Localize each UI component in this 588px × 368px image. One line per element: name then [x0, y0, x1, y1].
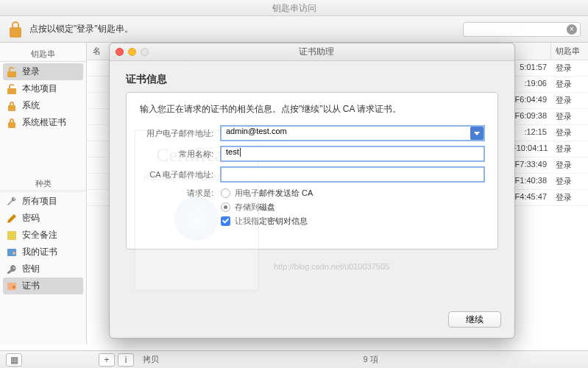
pencil-icon	[6, 213, 18, 224]
opt-key-pair[interactable]: 让我指定密钥对信息	[221, 216, 484, 227]
col-chain[interactable]: 钥匙串	[551, 43, 588, 60]
sidebar-label: 所有项目	[22, 195, 57, 208]
cat-passwords[interactable]: 密码	[0, 210, 86, 227]
sidebar-label: 密码	[22, 212, 40, 224]
certificate-assistant-dialog: 证书助理 证书信息 Certificate http://blog.csdn.n…	[109, 43, 515, 339]
common-name-label: 常用名称:	[140, 149, 221, 160]
form-panel: Certificate http://blog.csdn.net/u010037…	[126, 92, 498, 250]
unlock-icon	[6, 66, 18, 78]
intro-text: 输入您正在请求的证书的相关信息。点按"继续"以从 CA 请求证书。	[140, 103, 484, 116]
info-button[interactable]: i	[118, 353, 134, 367]
ca-email-label: CA 电子邮件地址:	[140, 169, 221, 180]
keychain-system[interactable]: 系统	[0, 97, 86, 114]
app-titlebar: 钥匙串访问	[0, 0, 588, 16]
cert-icon	[6, 280, 18, 292]
opt-email-ca[interactable]: 用电子邮件发送给 CA	[221, 188, 484, 199]
close-icon[interactable]	[116, 48, 124, 56]
checkbox-icon	[221, 216, 230, 226]
cat-secure-notes[interactable]: 安全备注	[0, 227, 86, 244]
clear-search-icon[interactable]: ×	[567, 24, 577, 35]
sidebar-label: 密钥	[22, 263, 40, 275]
section-title: 证书信息	[126, 73, 498, 86]
sidebar: 钥匙串 登录 本地项目 系统 系统根证书 种类 所有项目 密码 安全	[0, 43, 87, 344]
keychain-system-roots[interactable]: 系统根证书	[0, 114, 86, 131]
sidebar-label: 本地项目	[22, 82, 57, 95]
dialog-title: 证书助理	[124, 46, 509, 58]
continue-button[interactable]: 继续	[448, 311, 501, 328]
toolbar: 点按以锁定"登录"钥匙串。 ×	[0, 16, 588, 43]
categories-header: 种类	[0, 175, 86, 191]
sidebar-label: 系统根证书	[22, 116, 66, 129]
sidebar-label: 登录	[22, 66, 40, 78]
dialog-titlebar[interactable]: 证书助理	[110, 43, 514, 61]
note-icon	[6, 230, 18, 241]
wrench-icon	[6, 196, 18, 208]
radio-icon	[221, 202, 230, 212]
keychain-local[interactable]: 本地项目	[0, 80, 86, 97]
cat-keys[interactable]: 密钥	[0, 261, 86, 277]
item-count: 9 項	[159, 354, 582, 365]
keychains-header: 钥匙串	[0, 46, 86, 62]
cat-certificates[interactable]: 证书	[3, 277, 83, 294]
dropdown-icon[interactable]	[470, 127, 483, 140]
add-button[interactable]: +	[99, 353, 115, 367]
request-is-label: 请求是:	[140, 188, 221, 199]
svg-point-2	[13, 252, 15, 255]
lock-icon	[6, 100, 18, 112]
lock-icon[interactable]	[7, 20, 24, 39]
cat-my-certs[interactable]: 我的证书	[0, 244, 86, 261]
sidebar-label: 安全备注	[22, 229, 57, 241]
keychain-login[interactable]: 登录	[3, 63, 83, 80]
blog-watermark: http://blog.csdn.net/u010037505	[274, 262, 389, 271]
toggle-view-button[interactable]: ▦	[6, 353, 22, 367]
sidebar-label: 系统	[22, 99, 40, 112]
lock-icon	[6, 117, 18, 129]
cat-all[interactable]: 所有项目	[0, 193, 86, 210]
search-input[interactable]: ×	[463, 22, 581, 37]
common-name-field[interactable]: test	[221, 146, 484, 161]
cert-icon	[6, 247, 18, 258]
key-icon	[6, 263, 18, 275]
sidebar-label: 我的证书	[22, 246, 57, 258]
email-field[interactable]: admin@test.com	[221, 126, 484, 141]
sidebar-label: 证书	[22, 280, 40, 292]
svg-point-4	[13, 286, 15, 289]
copy-label: 拷贝	[143, 354, 159, 365]
unlock-icon	[6, 83, 18, 95]
email-label: 用户电子邮件地址:	[140, 128, 221, 139]
footer: ▦ + i 拷贝 9 項	[0, 350, 588, 368]
toolbar-hint: 点按以锁定"登录"钥匙串。	[29, 23, 463, 35]
svg-rect-0	[7, 231, 16, 240]
ca-email-field[interactable]	[221, 167, 484, 182]
radio-icon	[221, 188, 230, 198]
opt-save-disk[interactable]: 存储到磁盘	[221, 202, 484, 213]
